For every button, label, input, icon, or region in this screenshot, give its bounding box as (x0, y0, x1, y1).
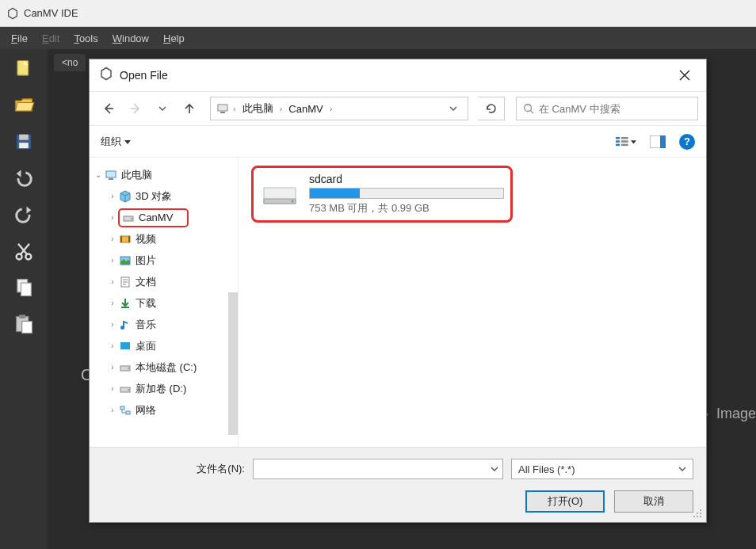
chevron-right-icon[interactable]: › (107, 406, 118, 414)
tree-item-label: 3D 对象 (136, 189, 172, 204)
svg-rect-27 (120, 236, 122, 242)
tree-item-downloads[interactable]: › 下载 (90, 292, 238, 314)
picture-icon (118, 254, 132, 268)
tool-redo-icon[interactable] (10, 203, 37, 227)
svg-rect-12 (220, 112, 225, 113)
crumb-folder[interactable]: CanMV (285, 101, 326, 116)
triangle-down-icon (631, 139, 636, 145)
preview-pane-button[interactable] (647, 133, 668, 151)
svg-rect-7 (21, 283, 32, 295)
chevron-right-icon[interactable]: › (107, 256, 118, 265)
menu-tools[interactable]: Tools (67, 30, 104, 47)
refresh-icon (485, 102, 498, 115)
svg-point-25 (131, 218, 132, 219)
nav-back-button[interactable] (97, 97, 120, 120)
chevron-down-icon (491, 465, 498, 473)
tool-save-icon[interactable] (10, 130, 37, 154)
tool-cut-icon[interactable] (10, 239, 37, 263)
breadcrumb-dropdown[interactable] (444, 101, 463, 116)
scrollbar-thumb[interactable] (228, 292, 238, 435)
nav-recent-button[interactable] (151, 97, 174, 120)
tree-item-label: 音乐 (136, 318, 156, 332)
tree-item-network[interactable]: › 网络 (90, 399, 238, 421)
organize-label: 组织 (101, 135, 121, 149)
tool-open-icon[interactable] (10, 93, 37, 117)
view-mode-button[interactable] (616, 133, 636, 151)
chevron-down-icon (158, 105, 166, 112)
crumb-root[interactable]: 此电脑 (239, 100, 277, 117)
tree-item-documents[interactable]: › 文档 (90, 271, 238, 292)
chevron-right-icon[interactable]: › (107, 234, 118, 243)
tree-item-label: 本地磁盘 (C:) (136, 360, 197, 375)
open-button[interactable]: 打开(O) (525, 490, 605, 513)
svg-rect-32 (120, 342, 130, 349)
svg-rect-38 (126, 411, 130, 414)
chevron-right-icon: › (330, 104, 333, 113)
tool-undo-icon[interactable] (10, 166, 37, 190)
nav-up-button[interactable] (178, 97, 200, 120)
resize-grip[interactable] (692, 508, 703, 519)
tree-item-disk-c[interactable]: › 本地磁盘 (C:) (90, 356, 238, 378)
filename-input[interactable] (253, 459, 503, 479)
dialog-body: ⌄ 此电脑 › 3D 对象 › CanMV › 视频 › 图片 › (90, 158, 706, 447)
ide-toolbar (0, 49, 48, 549)
organize-button[interactable]: 组织 (101, 135, 131, 149)
cancel-button[interactable]: 取消 (614, 490, 693, 513)
video-icon (118, 232, 132, 246)
breadcrumb[interactable]: › 此电脑 › CanMV › (210, 97, 468, 120)
svg-rect-3 (19, 143, 29, 148)
tree-scrollbar[interactable] (228, 158, 238, 447)
arrow-up-icon (183, 102, 196, 115)
resize-grip-icon (692, 508, 703, 519)
tool-paste-icon[interactable] (10, 312, 37, 336)
refresh-button[interactable] (478, 97, 505, 120)
tree-panel[interactable]: ⌄ 此电脑 › 3D 对象 › CanMV › 视频 › 图片 › (90, 158, 239, 447)
svg-rect-11 (218, 105, 227, 111)
drive-subtext: 753 MB 可用，共 0.99 GB (309, 201, 504, 215)
search-box[interactable] (516, 97, 698, 120)
chevron-down-icon[interactable]: ⌄ (93, 170, 104, 179)
dialog-title: Open File (120, 69, 168, 82)
chevron-right-icon[interactable]: › (107, 213, 118, 222)
filename-label: 文件名(N): (102, 462, 245, 476)
tool-copy-icon[interactable] (10, 276, 37, 299)
chevron-right-icon[interactable]: › (107, 192, 118, 200)
svg-rect-17 (621, 136, 628, 139)
help-button[interactable]: ? (679, 134, 695, 150)
tree-item-canmv[interactable]: › CanMV (90, 207, 238, 228)
editor-tab[interactable]: <no (54, 54, 86, 71)
document-icon (118, 275, 132, 289)
tree-item-desktop[interactable]: › 桌面 (90, 335, 238, 356)
chevron-right-icon[interactable]: › (107, 320, 118, 329)
tree-item-label: 网络 (136, 403, 156, 417)
file-filter-label: All Files (*.*) (518, 463, 575, 475)
dialog-titlebar: Open File (90, 59, 706, 91)
tree-item-3dobjects[interactable]: › 3D 对象 (90, 185, 238, 207)
svg-point-31 (120, 326, 124, 330)
preview-pane-icon (650, 135, 666, 148)
tree-item-music[interactable]: › 音乐 (90, 314, 238, 335)
close-button[interactable] (673, 63, 697, 87)
tree-root[interactable]: ⌄ 此电脑 (90, 164, 238, 185)
tree-item-disk-d[interactable]: › 新加卷 (D:) (90, 378, 238, 399)
search-input[interactable] (539, 103, 691, 115)
filename-dropdown[interactable] (487, 462, 502, 476)
menu-help[interactable]: Help (157, 30, 191, 47)
svg-point-42 (700, 513, 701, 514)
svg-rect-16 (616, 143, 620, 146)
menu-file[interactable]: File (5, 30, 34, 47)
menu-window[interactable]: Window (106, 30, 155, 47)
tree-item-videos[interactable]: › 视频 (90, 228, 238, 250)
chevron-right-icon[interactable]: › (107, 299, 118, 307)
tool-new-icon[interactable] (10, 57, 37, 81)
svg-rect-21 (660, 135, 666, 148)
chevron-right-icon[interactable]: › (107, 384, 118, 393)
drive-item-sdcard[interactable]: sdcard 753 MB 可用，共 0.99 GB (251, 166, 513, 223)
chevron-right-icon[interactable]: › (107, 341, 118, 350)
tree-item-pictures[interactable]: › 图片 (90, 250, 238, 271)
file-filter-dropdown[interactable]: All Files (*.*) (511, 459, 693, 479)
svg-rect-19 (621, 143, 628, 146)
content-panel[interactable]: sdcard 753 MB 可用，共 0.99 GB (239, 158, 706, 447)
chevron-right-icon[interactable]: › (107, 363, 118, 372)
chevron-right-icon[interactable]: › (107, 277, 118, 286)
